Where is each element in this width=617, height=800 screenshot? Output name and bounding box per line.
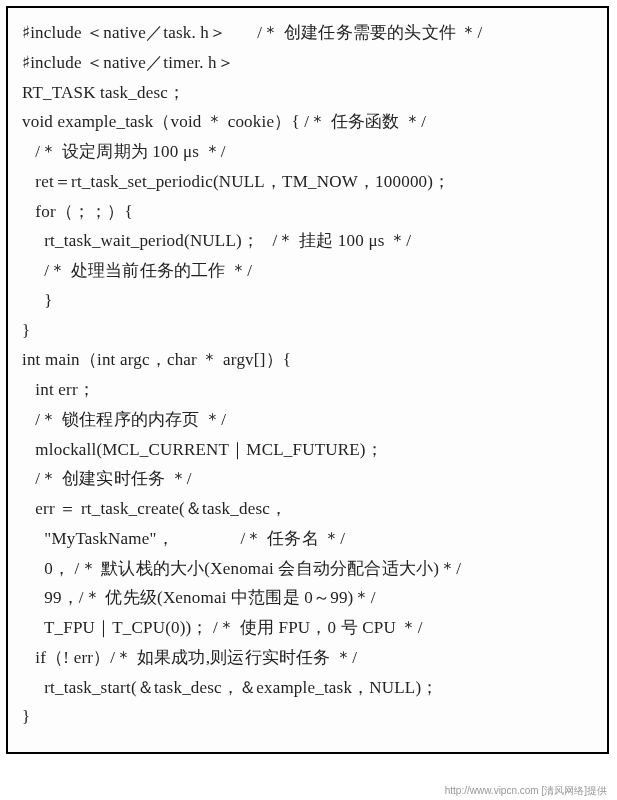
- code-line: int main（int argc，char ＊ argv[]）{: [22, 345, 593, 375]
- watermark-footer: http://www.vipcn.com [清风网络]提供: [445, 784, 607, 798]
- code-line: 99，/＊ 优先级(Xenomai 中范围是 0～99)＊/: [22, 583, 593, 613]
- code-block: ♯include ＜native／task. h＞ /＊ 创建任务需要的头文件 …: [22, 18, 593, 732]
- code-line: /＊ 锁住程序的内存页 ＊/: [22, 405, 593, 435]
- code-line: ret＝rt_task_set_periodic(NULL，TM_NOW，100…: [22, 167, 593, 197]
- code-line: }: [22, 286, 593, 316]
- code-frame: ♯include ＜native／task. h＞ /＊ 创建任务需要的头文件 …: [6, 6, 609, 754]
- code-line: }: [22, 316, 593, 346]
- code-line: rt_task_start(＆task_desc，＆example_task，N…: [22, 673, 593, 703]
- code-line: /＊ 设定周期为 100 μs ＊/: [22, 137, 593, 167]
- code-line: rt_task_wait_period(NULL)； /＊ 挂起 100 μs …: [22, 226, 593, 256]
- code-line: for（；；）{: [22, 197, 593, 227]
- code-line: ♯include ＜native／task. h＞ /＊ 创建任务需要的头文件 …: [22, 18, 593, 48]
- code-line: /＊ 创建实时任务 ＊/: [22, 464, 593, 494]
- code-line: T_FPU｜T_CPU(0))； /＊ 使用 FPU，0 号 CPU ＊/: [22, 613, 593, 643]
- code-line: RT_TASK task_desc；: [22, 78, 593, 108]
- code-line: "MyTaskName"， /＊ 任务名 ＊/: [22, 524, 593, 554]
- code-line: int err；: [22, 375, 593, 405]
- code-line: /＊ 处理当前任务的工作 ＊/: [22, 256, 593, 286]
- code-line: mlockall(MCL_CURRENT｜MCL_FUTURE)；: [22, 435, 593, 465]
- code-line: }: [22, 702, 593, 732]
- code-line: ♯include ＜native／timer. h＞: [22, 48, 593, 78]
- code-line: 0， /＊ 默认栈的大小(Xenomai 会自动分配合适大小)＊/: [22, 554, 593, 584]
- code-line: void example_task（void ＊ cookie）{ /＊ 任务函…: [22, 107, 593, 137]
- code-line: if（! err）/＊ 如果成功,则运行实时任务 ＊/: [22, 643, 593, 673]
- code-line: err ＝ rt_task_create(＆task_desc，: [22, 494, 593, 524]
